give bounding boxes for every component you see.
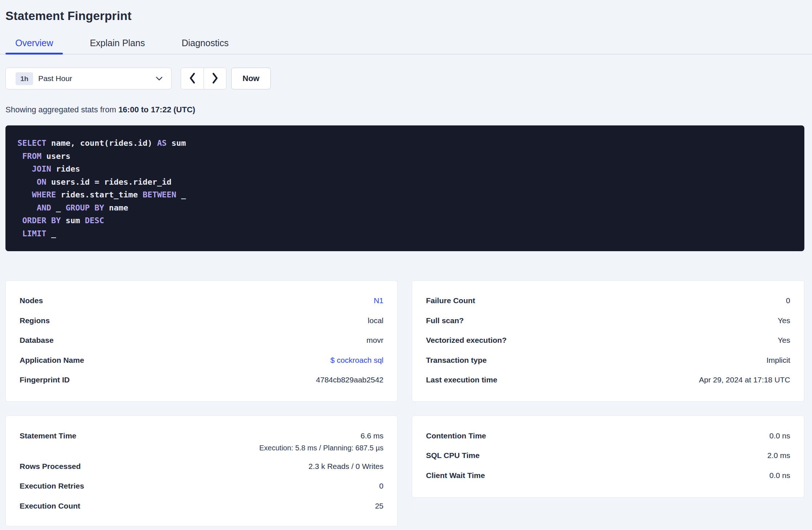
detail-row-transaction-type: Transaction type Implicit	[426, 350, 790, 370]
statement-time-values: 6.6 ms Execution: 5.8 ms / Planning: 687…	[259, 426, 383, 452]
row-label: Transaction type	[426, 356, 487, 365]
sql-line: JOIN rides	[17, 162, 793, 176]
sql-line: SELECT name, count(rides.id) AS sum	[17, 137, 793, 150]
row-label: Vectorized execution?	[426, 336, 507, 345]
stat-cards-grid: Nodes N1 Regions local Database movr App…	[5, 280, 807, 526]
stats-line-range: 16:00 to 17:22 (UTC)	[118, 105, 196, 114]
chevron-left-icon	[188, 72, 196, 85]
row-label: Failure Count	[426, 296, 475, 305]
row-value: 25	[375, 502, 383, 510]
time-range-badge: 1h	[16, 72, 33, 85]
row-label: Nodes	[20, 296, 43, 305]
row-label: Regions	[20, 316, 50, 325]
row-value: Apr 29, 2024 at 17:18 UTC	[699, 376, 790, 384]
timing-row-statement-time: Statement Time 6.6 ms Execution: 5.8 ms …	[20, 426, 383, 457]
row-label: Client Wait Time	[426, 471, 485, 480]
sql-line: ORDER BY sum DESC	[17, 214, 793, 227]
detail-row-vectorized-execution: Vectorized execution? Yes	[426, 330, 790, 350]
time-range-dropdown[interactable]: 1h Past Hour	[5, 68, 172, 89]
row-value: 2.0 ms	[767, 451, 790, 460]
row-value: 0.0 ns	[769, 431, 790, 440]
time-toolbar: 1h Past Hour Now	[5, 68, 807, 89]
chevron-right-icon	[211, 72, 219, 85]
row-value: 0.0 ns	[769, 471, 790, 480]
row-value: Yes	[778, 336, 790, 345]
sql-line: LIMIT _	[17, 227, 793, 240]
row-value: movr	[366, 336, 383, 345]
row-value: Implicit	[767, 356, 790, 365]
row-label: Database	[20, 336, 53, 345]
application-name-link[interactable]: $ cockroach sql	[330, 356, 383, 365]
page-title: Statement Fingerprint	[5, 9, 812, 23]
row-value: 4784cb829aab2542	[316, 376, 383, 384]
row-value: local	[368, 316, 383, 325]
detail-row-nodes: Nodes N1	[20, 291, 383, 311]
row-value: Yes	[778, 316, 790, 325]
row-label: Execution Count	[20, 502, 80, 510]
nodes-link[interactable]: N1	[374, 296, 383, 305]
execution-attributes-card: Failure Count 0 Full scan? Yes Vectorize…	[412, 280, 804, 402]
chevron-down-icon	[156, 77, 162, 81]
detail-row-fingerprint-id: Fingerprint ID 4784cb829aab2542	[20, 370, 383, 390]
row-label: Full scan?	[426, 316, 464, 325]
timing-row-contention-time: Contention Time 0.0 ns	[426, 426, 790, 446]
detail-row-regions: Regions local	[20, 311, 383, 331]
row-label: Execution Retries	[20, 482, 84, 490]
previous-time-button[interactable]	[181, 68, 204, 89]
row-value: 2.3 k Reads / 0 Writes	[309, 462, 383, 471]
timing-row-client-wait-time: Client Wait Time 0.0 ns	[426, 466, 790, 486]
detail-row-full-scan: Full scan? Yes	[426, 311, 790, 331]
sql-statement-box: SELECT name, count(rides.id) AS sum FROM…	[5, 125, 804, 251]
tab-bar: Overview Explain Plans Diagnostics	[0, 39, 812, 55]
detail-row-application-name: Application Name $ cockroach sql	[20, 350, 383, 370]
sql-line: ON users.id = rides.rider_id	[17, 176, 793, 189]
row-value: 0	[786, 296, 790, 305]
time-range-label: Past Hour	[38, 74, 72, 83]
detail-row-failure-count: Failure Count 0	[426, 291, 790, 311]
tab-diagnostics[interactable]: Diagnostics	[172, 39, 238, 54]
row-label: Last execution time	[426, 376, 497, 384]
row-label: Application Name	[20, 356, 84, 365]
row-label: SQL CPU Time	[426, 451, 479, 460]
stats-line-prefix: Showing aggregated stats from	[5, 105, 118, 114]
row-label: Fingerprint ID	[20, 376, 70, 384]
sql-statement-code: SELECT name, count(rides.id) AS sum FROM…	[17, 137, 793, 240]
detail-row-last-execution-time: Last execution time Apr 29, 2024 at 17:1…	[426, 370, 790, 390]
tab-explain-plans[interactable]: Explain Plans	[80, 39, 154, 54]
timing-row-execution-count: Execution Count 25	[20, 496, 383, 516]
now-button[interactable]: Now	[231, 68, 271, 89]
row-label: Statement Time	[20, 426, 76, 446]
next-time-button[interactable]	[204, 68, 226, 89]
row-value: 6.6 ms	[259, 426, 383, 446]
row-subvalue: Execution: 5.8 ms / Planning: 687.5 µs	[259, 444, 383, 452]
detail-row-database: Database movr	[20, 330, 383, 350]
row-value: 0	[379, 482, 383, 490]
timing-row-rows-processed: Rows Processed 2.3 k Reads / 0 Writes	[20, 457, 383, 477]
row-label: Contention Time	[426, 431, 486, 440]
sql-line: FROM users	[17, 150, 793, 163]
time-pager	[181, 68, 226, 89]
sql-line: AND _ GROUP BY name	[17, 201, 793, 214]
statement-fingerprint-page: Statement Fingerprint Overview Explain P…	[0, 0, 812, 526]
timing-row-execution-retries: Execution Retries 0	[20, 476, 383, 496]
aggregated-stats-line: Showing aggregated stats from 16:00 to 1…	[5, 105, 807, 115]
statement-timing-card: Statement Time 6.6 ms Execution: 5.8 ms …	[5, 415, 398, 527]
tab-overview[interactable]: Overview	[5, 39, 63, 54]
sql-line: WHERE rides.start_time BETWEEN _	[17, 188, 793, 201]
timing-row-sql-cpu-time: SQL CPU Time 2.0 ms	[426, 446, 790, 466]
row-label: Rows Processed	[20, 462, 81, 471]
statement-details-card: Nodes N1 Regions local Database movr App…	[5, 280, 398, 402]
wait-timing-card: Contention Time 0.0 ns SQL CPU Time 2.0 …	[412, 415, 804, 498]
